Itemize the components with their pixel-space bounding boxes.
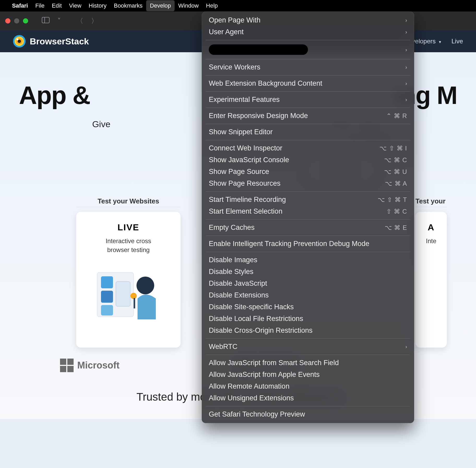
chevron-right-icon: › xyxy=(405,47,407,53)
svg-rect-4 xyxy=(101,291,113,303)
chevron-down-icon[interactable]: ˅ xyxy=(55,17,63,25)
menu-separator xyxy=(206,338,410,339)
develop-item-label: Disable JavaScript xyxy=(209,279,267,288)
develop-item[interactable]: Enter Responsive Design Mode⌃ ⌘ R xyxy=(202,110,414,122)
develop-item-label: Experimental Features xyxy=(209,96,280,104)
live-card[interactable]: LIVE Interactive crossbrowser testing xyxy=(76,212,181,348)
logo-microsoft: Microsoft xyxy=(60,359,120,372)
develop-item-shortcut: ⌥ ⇧ ⌘ T xyxy=(378,196,407,203)
develop-item[interactable]: Show JavaScript Console⌥ ⌘ C xyxy=(202,154,414,166)
develop-item[interactable]: Experimental Features› xyxy=(202,94,414,106)
develop-item[interactable]: Disable Extensions xyxy=(202,289,414,301)
live-card-title: LIVE xyxy=(84,222,173,232)
menu-separator xyxy=(206,59,410,59)
menu-help[interactable]: Help xyxy=(206,2,218,9)
close-window-button[interactable] xyxy=(5,18,10,24)
brand-name: BrowserStack xyxy=(30,36,89,46)
menu-separator xyxy=(206,40,410,40)
develop-item-label: Empty Caches xyxy=(209,224,255,232)
apps-heading: Test your xyxy=(415,197,447,207)
develop-item-label: Disable Local File Restrictions xyxy=(209,315,303,323)
menubar-app[interactable]: Safari xyxy=(12,2,28,9)
develop-item[interactable]: Disable Styles xyxy=(202,266,414,278)
develop-item[interactable]: Allow JavaScript from Smart Search Field xyxy=(202,357,414,369)
develop-item-label: Service Workers xyxy=(209,63,260,71)
develop-item[interactable]: Allow Remote Automation xyxy=(202,381,414,392)
develop-item-label: Allow Remote Automation xyxy=(209,382,289,390)
chevron-right-icon: › xyxy=(405,97,407,103)
develop-item[interactable]: Get Safari Technology Preview xyxy=(202,408,414,420)
nav-live[interactable]: Live xyxy=(451,38,463,45)
develop-item-shortcut: ⌥ ⌘ E xyxy=(385,224,407,231)
develop-item[interactable]: Disable Images xyxy=(202,254,414,266)
svg-rect-3 xyxy=(101,276,113,288)
svg-rect-5 xyxy=(101,305,113,315)
menu-develop[interactable]: Develop xyxy=(146,0,175,11)
develop-item[interactable]: Web Extension Background Content› xyxy=(202,78,414,89)
develop-item-label: Disable Cross-Origin Restrictions xyxy=(209,326,313,335)
live-card-desc: Interactive crossbrowser testing xyxy=(84,237,173,254)
develop-item-label: Enter Responsive Design Mode xyxy=(209,112,308,120)
svg-point-7 xyxy=(136,277,154,294)
develop-menu[interactable]: Open Page With›User Agent››Service Worke… xyxy=(202,11,414,423)
develop-item[interactable]: Disable Site-specific Hacks xyxy=(202,301,414,313)
develop-item[interactable]: Show Page Source⌥ ⌘ U xyxy=(202,166,414,178)
develop-item[interactable]: Disable Local File Restrictions xyxy=(202,313,414,325)
apps-column: Test your A Inte xyxy=(415,197,447,348)
menu-separator xyxy=(206,406,410,406)
develop-item-label: Disable Styles xyxy=(209,268,253,276)
develop-item[interactable]: Show Snippet Editor xyxy=(202,126,414,138)
develop-item[interactable]: Disable JavaScript xyxy=(202,278,414,289)
sidebar-toggle-icon[interactable] xyxy=(40,17,52,25)
develop-item[interactable]: Start Timeline Recording⌥ ⇧ ⌘ T xyxy=(202,194,414,206)
forward-button[interactable]: 〉 xyxy=(89,16,100,26)
menu-separator xyxy=(206,219,410,220)
minimize-window-button[interactable] xyxy=(14,18,19,24)
brand-logo[interactable]: BrowserStack xyxy=(13,35,89,48)
develop-item[interactable]: Connect Web Inspector⌥ ⇧ ⌘ I xyxy=(202,142,414,154)
develop-item[interactable]: Start Element Selection⇧ ⌘ C xyxy=(202,206,414,217)
develop-item-label: Disable Images xyxy=(209,256,257,264)
menu-separator xyxy=(206,91,410,92)
menu-view[interactable]: View xyxy=(69,2,81,9)
develop-item-label: Web Extension Background Content xyxy=(209,79,322,87)
microsoft-icon xyxy=(60,359,74,372)
develop-item[interactable]: Disable Cross-Origin Restrictions xyxy=(202,325,414,336)
window-controls xyxy=(5,18,28,24)
menu-separator xyxy=(206,252,410,252)
develop-item[interactable]: Allow JavaScript from Apple Events xyxy=(202,369,414,381)
develop-item[interactable]: Allow Unsigned Extensions xyxy=(202,392,414,404)
menu-edit[interactable]: Edit xyxy=(52,2,62,9)
svg-rect-9 xyxy=(134,298,135,308)
menu-window[interactable]: Window xyxy=(178,2,199,9)
svg-rect-6 xyxy=(116,282,130,306)
app-card-desc: Inte xyxy=(423,237,439,245)
develop-item[interactable]: Open Page With› xyxy=(202,14,414,26)
develop-item[interactable]: Service Workers› xyxy=(202,61,414,73)
redacted-label xyxy=(209,44,308,55)
develop-item[interactable]: WebRTC› xyxy=(202,341,414,353)
websites-heading: Test your Websites xyxy=(76,197,181,207)
microsoft-label: Microsoft xyxy=(77,360,120,371)
back-button[interactable]: 〈 xyxy=(74,16,85,26)
app-card-title: A xyxy=(423,222,439,232)
chevron-right-icon: › xyxy=(405,17,407,23)
develop-item[interactable]: User Agent› xyxy=(202,26,414,38)
menu-bookmarks[interactable]: Bookmarks xyxy=(114,2,142,9)
websites-column: Test your Websites LIVE Interactive cros… xyxy=(76,197,181,348)
menu-file[interactable]: File xyxy=(35,2,44,9)
develop-item[interactable]: Empty Caches⌥ ⌘ E xyxy=(202,222,414,233)
menu-separator xyxy=(206,236,410,236)
macos-menubar: Safari File Edit View History Bookmarks … xyxy=(0,0,476,11)
app-card[interactable]: A Inte xyxy=(415,212,447,348)
develop-item[interactable]: Show Page Resources⌥ ⌘ A xyxy=(202,178,414,189)
menu-history[interactable]: History xyxy=(89,2,106,9)
chevron-right-icon: › xyxy=(405,64,407,70)
svg-rect-0 xyxy=(42,17,49,23)
develop-item-label: Disable Site-specific Hacks xyxy=(209,303,294,311)
develop-item-redacted[interactable]: › xyxy=(202,42,414,57)
develop-item[interactable]: Enable Intelligent Tracking Prevention D… xyxy=(202,238,414,250)
develop-item-shortcut: ⌥ ⇧ ⌘ I xyxy=(379,145,407,152)
develop-item-label: Start Element Selection xyxy=(209,207,282,215)
zoom-window-button[interactable] xyxy=(23,18,28,24)
